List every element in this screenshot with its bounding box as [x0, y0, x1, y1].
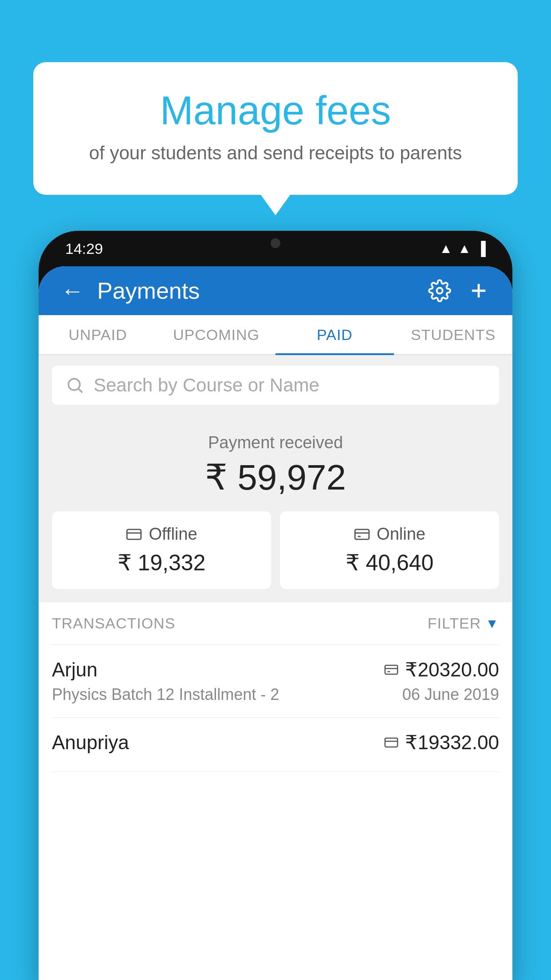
- offline-amount: ₹ 19,332: [65, 550, 258, 576]
- search-bar[interactable]: Search by Course or Name: [52, 366, 499, 405]
- camera: [271, 238, 280, 248]
- settings-icon[interactable]: [428, 279, 451, 302]
- wifi-icon: ▲: [439, 241, 453, 256]
- transactions-label: TRANSACTIONS: [52, 615, 175, 632]
- tab-unpaid[interactable]: UNPAID: [39, 315, 157, 354]
- table-row[interactable]: Arjun ₹20320.00 Physics Batch 12 Install…: [52, 645, 499, 718]
- filter-button[interactable]: FILTER ▼: [428, 615, 499, 632]
- tabs-bar: UNPAID UPCOMING PAID STUDENTS: [39, 315, 512, 355]
- add-button[interactable]: [467, 279, 490, 302]
- online-card-header: Online: [293, 525, 486, 544]
- header-right: [428, 279, 490, 302]
- table-row[interactable]: Anupriya ₹19332.00: [52, 718, 499, 772]
- svg-line-4: [79, 389, 83, 393]
- header-left: ← Payments: [61, 277, 200, 304]
- app-content: ← Payments UNPAID UPCOMING PAID S: [39, 266, 512, 980]
- payment-cards: Offline ₹ 19,332 Online: [52, 511, 499, 589]
- speech-bubble-wrapper: Manage fees of your students and send re…: [33, 62, 518, 195]
- svg-rect-13: [385, 738, 398, 747]
- offline-payment-icon: [384, 735, 399, 750]
- online-amount: ₹ 40,640: [293, 550, 486, 576]
- back-button[interactable]: ←: [61, 277, 84, 304]
- online-payment-icon: [384, 662, 399, 677]
- svg-rect-10: [385, 665, 398, 674]
- filter-icon: ▼: [485, 616, 499, 631]
- transaction-name: Arjun: [52, 659, 98, 681]
- payment-received-section: Payment received ₹ 59,972 Offline ₹ 19,3…: [39, 415, 512, 602]
- search-placeholder: Search by Course or Name: [94, 375, 319, 396]
- svg-rect-5: [127, 529, 142, 539]
- transactions-header: TRANSACTIONS FILTER ▼: [52, 602, 499, 645]
- offline-payment-card: Offline ₹ 19,332: [52, 511, 271, 589]
- transaction-row-top: Anupriya ₹19332.00: [52, 731, 499, 754]
- tab-paid[interactable]: PAID: [276, 315, 394, 354]
- online-label: Online: [377, 525, 425, 544]
- search-section: Search by Course or Name: [39, 355, 512, 415]
- online-icon: [354, 526, 370, 543]
- offline-label: Offline: [149, 525, 197, 544]
- tab-upcoming[interactable]: UPCOMING: [157, 315, 276, 354]
- transaction-date: 06 June 2019: [402, 685, 499, 704]
- transaction-amount-right: ₹20320.00: [384, 658, 499, 681]
- svg-point-3: [68, 379, 80, 390]
- signal-icon: ▲: [458, 241, 471, 256]
- transaction-name: Anupriya: [52, 731, 129, 754]
- transaction-amount-right: ₹19332.00: [384, 731, 499, 754]
- online-payment-card: Online ₹ 40,640: [280, 511, 499, 589]
- phone-frame: 14:29 ▲ ▲ ▐ ← Payments: [39, 231, 512, 980]
- header-title: Payments: [97, 277, 200, 304]
- battery-icon: ▐: [476, 241, 486, 256]
- status-time: 14:29: [65, 240, 103, 257]
- app-header: ← Payments: [39, 266, 512, 315]
- payment-total-amount: ₹ 59,972: [52, 457, 499, 498]
- bubble-subtitle: of your students and send receipts to pa…: [69, 142, 482, 164]
- payment-received-label: Payment received: [52, 433, 499, 452]
- transactions-section: TRANSACTIONS FILTER ▼ Arjun: [39, 602, 512, 772]
- filter-label: FILTER: [428, 615, 481, 632]
- tab-students[interactable]: STUDENTS: [394, 315, 512, 354]
- phone-notch: [240, 231, 311, 255]
- speech-bubble: Manage fees of your students and send re…: [33, 62, 518, 195]
- offline-icon: [126, 526, 142, 543]
- bubble-title: Manage fees: [69, 89, 482, 133]
- transaction-amount-value: ₹19332.00: [405, 731, 499, 754]
- svg-rect-7: [355, 529, 369, 539]
- transaction-course: Physics Batch 12 Installment - 2: [52, 685, 279, 704]
- status-bar: 14:29 ▲ ▲ ▐: [39, 231, 512, 266]
- transaction-amount-value: ₹20320.00: [405, 658, 499, 681]
- search-icon: [65, 375, 85, 395]
- offline-card-header: Offline: [65, 525, 258, 544]
- svg-point-0: [437, 288, 443, 294]
- transaction-row-bottom: Physics Batch 12 Installment - 2 06 June…: [52, 685, 499, 704]
- status-icons: ▲ ▲ ▐: [439, 241, 486, 256]
- transaction-row-top: Arjun ₹20320.00: [52, 658, 499, 681]
